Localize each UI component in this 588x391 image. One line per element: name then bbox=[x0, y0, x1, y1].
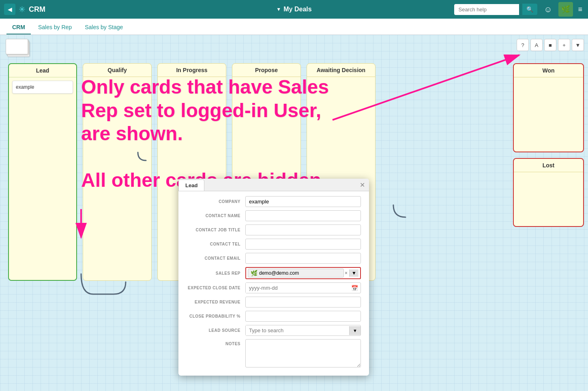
app-logo-icon: ✳ bbox=[19, 4, 26, 14]
col-body-lead: example bbox=[9, 77, 76, 280]
form-row-expected-close-date: EXPECTED CLOSE DATE 📅 bbox=[187, 282, 361, 293]
kanban-col-qualify: Qualify bbox=[83, 63, 152, 281]
col-header-in-progress: In Progress bbox=[158, 64, 226, 77]
back-button[interactable]: ◀ bbox=[4, 4, 15, 15]
dropdown-arrow-icon: ▼ bbox=[276, 6, 281, 12]
nav-center-dropdown: ▼ My Deals bbox=[276, 6, 311, 13]
sub-navigation: CRM Sales by Rep Sales by Stage bbox=[0, 19, 588, 35]
deal-card-example[interactable]: example bbox=[12, 81, 73, 94]
expected-revenue-input[interactable] bbox=[245, 297, 361, 308]
close-probability-input[interactable] bbox=[245, 311, 361, 322]
card-stack-front bbox=[6, 39, 28, 54]
col-body-qualify bbox=[83, 77, 151, 280]
calendar-button[interactable]: 📅 bbox=[349, 283, 361, 293]
col-body-won bbox=[514, 77, 583, 150]
kanban-col-won: Won bbox=[513, 63, 584, 152]
form-row-contact-name: CONTACT NAME bbox=[187, 210, 361, 221]
col-header-qualify: Qualify bbox=[83, 64, 151, 77]
modal-close-button[interactable]: ✕ bbox=[356, 179, 369, 190]
nav-right-section: 🔍 ☺ 🌿 ≡ bbox=[454, 2, 584, 17]
sales-rep-avatar-icon: 🌿 bbox=[251, 270, 258, 276]
form-row-close-probability: CLOSE PROBABILITY % bbox=[187, 311, 361, 322]
date-field-wrap: 📅 bbox=[245, 282, 361, 293]
help-toolbar-btn[interactable]: ? bbox=[517, 39, 529, 51]
my-deals-label[interactable]: My Deals bbox=[283, 6, 311, 13]
avatar-button[interactable]: 🌿 bbox=[558, 2, 573, 17]
sales-rep-tag: 🌿 demo@demo.com bbox=[248, 269, 344, 278]
lead-source-wrap: ▼ bbox=[245, 325, 361, 336]
search-help-input[interactable] bbox=[454, 4, 519, 15]
top-navigation: ◀ ✳ CRM ▼ My Deals 🔍 ☺ 🌿 ≡ bbox=[0, 0, 588, 19]
tab-sales-by-rep[interactable]: Sales by Rep bbox=[32, 21, 77, 34]
contact-name-label: CONTACT NAME bbox=[187, 214, 245, 218]
contact-email-input[interactable] bbox=[245, 253, 361, 264]
form-row-lead-source: LEAD SOURCE ▼ bbox=[187, 325, 361, 336]
sales-rep-email: demo@demo.com bbox=[259, 270, 299, 276]
shape-toolbar-btn[interactable]: ■ bbox=[544, 39, 556, 51]
contact-email-label: CONTACT EMAIL bbox=[187, 256, 245, 261]
canvas-toolbar: ? A ■ + ▼ bbox=[517, 39, 584, 51]
modal-body: COMPANY CONTACT NAME CONTACT JOB TITLE C… bbox=[178, 191, 369, 376]
col-header-lead: Lead bbox=[9, 64, 76, 77]
contact-tel-input[interactable] bbox=[245, 239, 361, 250]
form-row-expected-revenue: EXPECTED REVENUE bbox=[187, 297, 361, 308]
form-row-contact-job-title: CONTACT JOB TITLE bbox=[187, 224, 361, 235]
contact-job-title-input[interactable] bbox=[245, 224, 361, 235]
tab-crm[interactable]: CRM bbox=[6, 21, 31, 34]
app-title: CRM bbox=[29, 5, 45, 14]
modal-title-bar: Lead ✕ bbox=[178, 179, 369, 191]
contact-tel-label: CONTACT TEL bbox=[187, 242, 245, 246]
notes-label: NOTES bbox=[187, 339, 245, 346]
lead-source-label: LEAD SOURCE bbox=[187, 328, 245, 333]
main-canvas: ? A ■ + ▼ Lead example Qualify In Progre… bbox=[0, 35, 588, 391]
stacked-cards-icon bbox=[6, 39, 34, 59]
form-row-company: COMPANY bbox=[187, 196, 361, 207]
notes-textarea[interactable] bbox=[245, 339, 361, 367]
modal-dialog[interactable]: Lead ✕ COMPANY CONTACT NAME CONTACT JOB … bbox=[178, 179, 369, 376]
tab-sales-by-stage[interactable]: Sales by Stage bbox=[79, 21, 129, 34]
col-header-lost: Lost bbox=[514, 159, 583, 172]
lead-source-dropdown-btn[interactable]: ▼ bbox=[349, 326, 361, 335]
modal-tab-lead[interactable]: Lead bbox=[178, 179, 204, 191]
won-lost-container: Won Lost bbox=[513, 63, 584, 227]
expected-close-date-label: EXPECTED CLOSE DATE bbox=[187, 286, 245, 290]
form-row-sales-rep: SALES REP 🌿 demo@demo.com × ▼ bbox=[187, 267, 361, 279]
form-row-notes: NOTES bbox=[187, 339, 361, 367]
emoji-icon-button[interactable]: ☺ bbox=[541, 2, 555, 17]
col-header-won: Won bbox=[514, 64, 583, 77]
sales-rep-dropdown-btn[interactable]: ▼ bbox=[349, 269, 358, 277]
contact-name-input[interactable] bbox=[245, 210, 361, 221]
contact-job-title-label: CONTACT JOB TITLE bbox=[187, 228, 245, 232]
deal-card-company: example bbox=[16, 84, 34, 90]
lead-source-input[interactable] bbox=[246, 325, 349, 335]
sales-rep-remove-btn[interactable]: × bbox=[344, 270, 348, 276]
kanban-col-lost: Lost bbox=[513, 158, 584, 227]
filter-toolbar-btn[interactable]: ▼ bbox=[572, 39, 584, 51]
hamburger-menu-button[interactable]: ≡ bbox=[576, 4, 584, 15]
col-header-awaiting: Awaiting Decision bbox=[307, 64, 375, 77]
company-label: COMPANY bbox=[187, 199, 245, 204]
expected-revenue-label: EXPECTED REVENUE bbox=[187, 300, 245, 304]
expected-close-date-input[interactable] bbox=[246, 283, 349, 293]
form-row-contact-email: CONTACT EMAIL bbox=[187, 253, 361, 264]
add-toolbar-btn[interactable]: + bbox=[558, 39, 570, 51]
sales-rep-label: SALES REP bbox=[187, 271, 245, 276]
col-body-lost bbox=[514, 172, 583, 225]
close-probability-label: CLOSE PROBABILITY % bbox=[187, 314, 245, 318]
company-input[interactable] bbox=[245, 196, 361, 207]
text-toolbar-btn[interactable]: A bbox=[530, 39, 543, 51]
search-button[interactable]: 🔍 bbox=[522, 4, 537, 15]
col-header-propose: Propose bbox=[232, 64, 300, 77]
form-row-contact-tel: CONTACT TEL bbox=[187, 239, 361, 250]
kanban-col-lead: Lead example bbox=[8, 63, 77, 281]
sales-rep-field[interactable]: 🌿 demo@demo.com × ▼ bbox=[245, 267, 361, 279]
